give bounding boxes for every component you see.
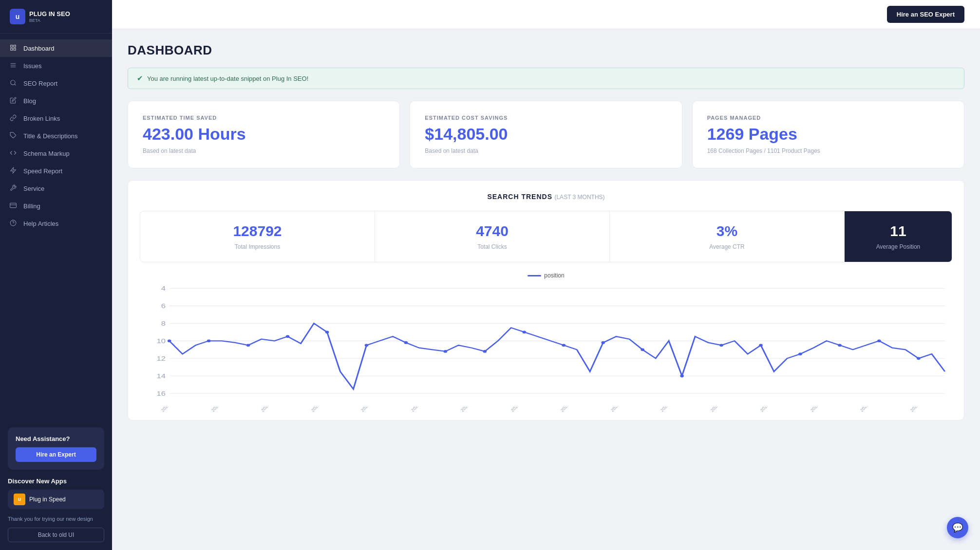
x-label: 2022-06-16: [510, 406, 529, 413]
hire-expert-sidebar-button[interactable]: Hire an Expert: [16, 447, 96, 462]
trends-card: SEARCH TRENDS (LAST 3 MONTHS) 128792 Tot…: [128, 180, 964, 421]
assist-card: Need Assistance? Hire an Expert: [8, 427, 104, 470]
link-icon: [10, 114, 18, 122]
sidebar-item-seo-report[interactable]: SEO Report: [0, 74, 112, 92]
svg-point-46: [838, 344, 842, 347]
x-label: 2022-06-22: [560, 406, 579, 413]
metric-value-2: 3%: [620, 223, 834, 239]
sidebar-item-blog[interactable]: Blog: [0, 92, 112, 110]
zap-icon: [10, 167, 18, 175]
x-label: 2022-06-28: [610, 406, 629, 413]
trends-title: SEARCH TRENDS: [487, 193, 552, 201]
stat-card-2: PAGES MANAGED 1269 Pages 168 Collection …: [692, 101, 964, 168]
grid-icon: [10, 44, 18, 52]
x-label: 2022-06-04: [410, 406, 430, 413]
sidebar-item-billing[interactable]: Billing: [0, 197, 112, 215]
chat-button[interactable]: 💬: [947, 517, 968, 538]
back-to-old-ui-button[interactable]: Back to old UI: [8, 528, 104, 542]
svg-text:6: 6: [161, 303, 166, 310]
sidebar-item-speed-report[interactable]: Speed Report: [0, 162, 112, 180]
svg-text:8: 8: [161, 320, 166, 327]
x-label: 2022-07-28: [859, 406, 879, 413]
sidebar-item-service[interactable]: Service: [0, 180, 112, 197]
metric-box-3: 11 Average Position: [845, 211, 952, 262]
x-label: 2022-07-22: [810, 406, 829, 413]
stats-row: ESTIMATED TIME SAVED 423.00 Hours Based …: [128, 101, 964, 168]
metric-value-3: 11: [854, 223, 942, 239]
svg-point-29: [168, 339, 171, 342]
x-label: 2022-05-17: [260, 406, 280, 413]
sidebar-nav: DashboardIssuesSEO ReportBlogBroken Link…: [0, 34, 112, 420]
stat-value-2: 1269 Pages: [707, 125, 949, 144]
svg-point-38: [522, 330, 526, 333]
x-label: 2022-07-10: [710, 406, 729, 413]
svg-rect-1: [14, 45, 16, 47]
x-label: 2022-06-10: [460, 406, 479, 413]
assist-title: Need Assistance?: [16, 435, 96, 442]
sidebar-bottom: Need Assistance? Hire an Expert Discover…: [0, 420, 112, 550]
content-area: DASHBOARD ✔ You are running latest up-to…: [112, 29, 980, 550]
metric-label-2: Average CTR: [620, 243, 834, 250]
svg-point-47: [877, 339, 881, 342]
svg-marker-10: [11, 167, 16, 173]
page-title: DASHBOARD: [128, 43, 964, 58]
metric-box-1: 4740 Total Clicks: [375, 211, 609, 262]
svg-point-37: [483, 350, 487, 353]
sidebar-item-title-&-descriptions[interactable]: Title & Descriptions: [0, 127, 112, 145]
metric-label-3: Average Position: [854, 243, 942, 250]
stat-label-1: ESTIMATED COST SAVINGS: [425, 115, 667, 121]
svg-line-8: [15, 84, 16, 86]
stat-label-2: PAGES MANAGED: [707, 115, 949, 121]
stat-card-0: ESTIMATED TIME SAVED 423.00 Hours Based …: [128, 101, 400, 168]
svg-point-43: [719, 344, 723, 347]
svg-rect-3: [14, 48, 16, 50]
svg-point-35: [404, 341, 408, 344]
svg-point-34: [365, 344, 369, 347]
svg-rect-11: [10, 203, 17, 207]
topbar: Hire an SEO Expert: [112, 0, 980, 29]
svg-point-42: [680, 374, 684, 377]
alert-message: You are running latest up-to-date snippe…: [147, 75, 308, 82]
svg-point-40: [601, 341, 605, 344]
position-chart: 46810121416: [140, 283, 952, 404]
stat-value-1: $14,805.00: [425, 125, 667, 144]
trends-header: SEARCH TRENDS (LAST 3 MONTHS): [140, 192, 952, 201]
svg-rect-2: [11, 48, 13, 50]
sidebar-item-schema-markup[interactable]: Schema Markup: [0, 145, 112, 162]
code-icon: [10, 149, 18, 157]
svg-point-30: [207, 339, 211, 342]
logo[interactable]: u PLUG IN SEO BETA: [0, 0, 112, 34]
stat-label-0: ESTIMATED TIME SAVED: [143, 115, 385, 121]
sidebar-item-issues[interactable]: Issues: [0, 57, 112, 74]
svg-point-32: [286, 335, 290, 338]
metric-box-0: 128792 Total Impressions: [140, 211, 375, 262]
sidebar-item-help-articles[interactable]: Help Articles: [0, 215, 112, 232]
svg-text:16: 16: [157, 390, 166, 397]
alert-bar: ✔ You are running latest up-to-date snip…: [128, 68, 964, 89]
svg-text:12: 12: [157, 355, 166, 362]
metric-value-0: 128792: [150, 223, 365, 239]
svg-point-7: [11, 80, 15, 85]
sidebar-item-dashboard[interactable]: Dashboard: [0, 39, 112, 57]
discover-title: Discover New Apps: [8, 477, 104, 485]
svg-point-33: [325, 330, 329, 333]
legend-line: [528, 275, 541, 276]
svg-point-44: [759, 344, 763, 347]
sidebar: u PLUG IN SEO BETA DashboardIssuesSEO Re…: [0, 0, 112, 550]
sidebar-item-broken-links[interactable]: Broken Links: [0, 110, 112, 127]
chart-legend: position: [140, 272, 952, 279]
check-icon: ✔: [137, 74, 143, 83]
metric-value-1: 4740: [385, 223, 600, 239]
list-icon: [10, 62, 18, 70]
thanks-text: Thank you for trying our new design: [8, 515, 104, 523]
hire-expert-topbar-button[interactable]: Hire an SEO Expert: [887, 6, 964, 23]
wrench-icon: [10, 184, 18, 192]
plugin-row[interactable]: u Plug in Speed: [8, 490, 104, 509]
plugin-speed-icon: u: [14, 494, 25, 505]
stat-sub-1: Based on latest data: [425, 147, 667, 154]
help-circle-icon: [10, 220, 18, 227]
plugin-name: Plug in Speed: [29, 496, 66, 503]
svg-text:10: 10: [157, 338, 166, 345]
svg-rect-0: [11, 45, 13, 47]
logo-icon: u: [10, 9, 25, 24]
